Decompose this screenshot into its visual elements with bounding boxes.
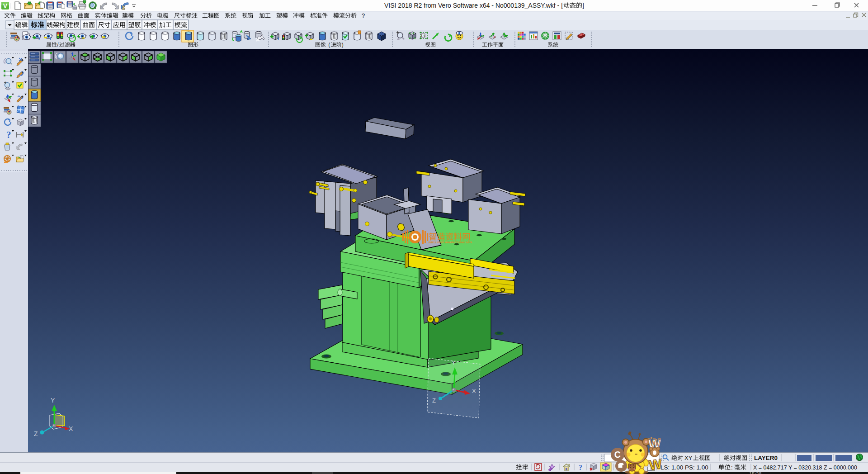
svg-text:15:28: 15:28 [749,471,762,474]
svg-text:Y: Y [452,359,456,366]
svg-text:W: W [648,456,663,473]
svg-text:X: X [472,388,476,394]
svg-text:?: ? [362,12,365,19]
svg-text:X = 0482.717 Y = 0320.318 Z =: X = 0482.717 Y = 0320.318 Z = 0000.000 [753,465,857,471]
svg-text:XY: XY [684,455,693,461]
svg-text:1:1: 1:1 [421,34,425,38]
svg-text:VISI 2018 R2 from Vero Softwar: VISI 2018 R2 from Vero Software x64 - No… [384,2,563,9]
svg-text:INTELLIGENT MANUFACTURING DATA: INTELLIGENT MANUFACTURING DATA [429,241,472,244]
svg-text:/: / [57,42,59,48]
svg-text:]: ] [582,2,584,9]
svg-text:Z: Z [34,430,38,437]
svg-text:LAYER0: LAYER0 [754,455,778,461]
svg-text:?: ? [6,129,11,140]
svg-text:Z: Z [432,397,436,404]
svg-text:V: V [3,2,8,9]
svg-text:Y: Y [51,397,55,404]
svg-text::: : [731,464,733,471]
svg-text:(: ( [328,42,330,48]
svg-text:C: C [614,450,621,460]
svg-text:): ) [342,42,344,48]
svg-text:LS: 1.00 PS: 1.00: LS: 1.00 PS: 1.00 [660,464,708,471]
svg-text:X: X [69,425,73,432]
svg-text:?: ? [579,464,582,471]
